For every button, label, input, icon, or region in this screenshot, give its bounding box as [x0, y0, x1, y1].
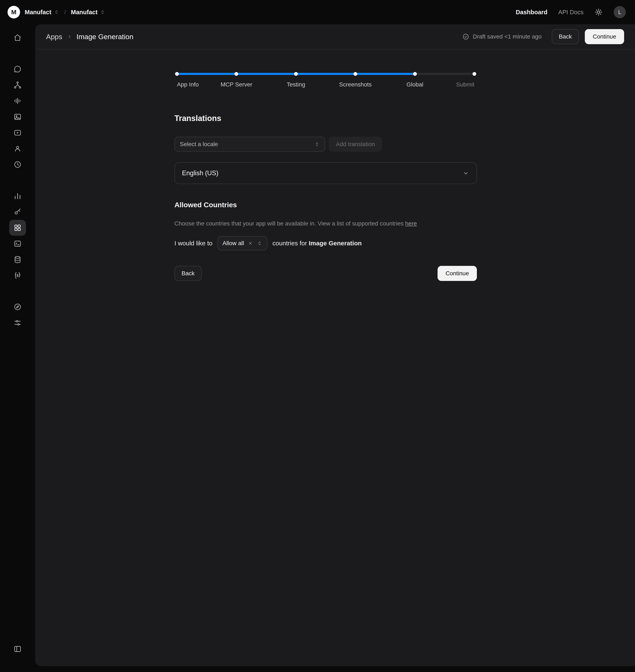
country-sentence-app-name: Image Generation: [309, 240, 362, 247]
locale-accordion-english-us[interactable]: English (US): [174, 162, 477, 184]
country-sentence-suffix: countries for Image Generation: [272, 240, 362, 247]
supported-countries-link[interactable]: here: [405, 220, 417, 227]
chevron-updown-icon[interactable]: [100, 9, 105, 15]
chevron-down-icon: [462, 170, 469, 177]
user-avatar[interactable]: L: [614, 6, 626, 18]
sidebar: [0, 24, 35, 672]
nav-dashboard[interactable]: Dashboard: [516, 9, 547, 16]
sidebar-item-home[interactable]: [9, 30, 26, 46]
step-dot-global[interactable]: [413, 72, 417, 76]
collapse-panel-icon[interactable]: [9, 641, 26, 657]
chevron-updown-icon: [257, 240, 262, 246]
locale-row-label: English (US): [182, 169, 218, 177]
org-switcher[interactable]: Manufact: [25, 9, 51, 16]
back-button-header[interactable]: Back: [552, 29, 579, 44]
sidebar-item-code[interactable]: [9, 268, 26, 284]
draft-status-text: Draft saved <1 minute ago: [473, 33, 542, 40]
allow-countries-value: Allow all: [222, 240, 244, 247]
continue-button-header[interactable]: Continue: [585, 29, 624, 44]
sidebar-item-history[interactable]: [9, 156, 26, 172]
sidebar-item-user[interactable]: [9, 141, 26, 156]
sidebar-item-image[interactable]: [9, 109, 26, 125]
locale-select-placeholder: Select a locale: [180, 141, 218, 148]
org-logo[interactable]: M: [7, 6, 20, 18]
gear-icon[interactable]: [594, 8, 603, 16]
stepper-labels: App Info MCP Server Testing Screenshots …: [177, 81, 474, 89]
path-separator: /: [64, 9, 66, 16]
sidebar-item-explore[interactable]: [9, 299, 26, 315]
step-label-app-info[interactable]: App Info: [177, 81, 199, 88]
country-sentence-suffix-text: countries for: [272, 240, 307, 247]
add-translation-button[interactable]: Add translation: [329, 137, 382, 152]
chevron-right-icon: [66, 34, 72, 40]
chevron-updown-icon[interactable]: [54, 9, 59, 15]
main-panel: Apps Image Generation Draft saved <1 min…: [35, 24, 635, 666]
sidebar-item-keys[interactable]: [9, 204, 26, 220]
page-header: Apps Image Generation Draft saved <1 min…: [35, 24, 635, 49]
allow-countries-select[interactable]: Allow all: [218, 236, 267, 250]
translations-title: Translations: [174, 114, 477, 123]
sidebar-item-analytics[interactable]: [9, 188, 26, 204]
breadcrumb-current: Image Generation: [76, 33, 133, 41]
sidebar-item-apps[interactable]: [9, 220, 26, 236]
step-label-submit: Submit: [456, 81, 474, 88]
sidebar-item-chat[interactable]: [9, 61, 26, 77]
sidebar-item-video[interactable]: [9, 125, 26, 141]
sidebar-item-database[interactable]: [9, 252, 26, 268]
check-circle-icon: [462, 33, 469, 40]
locale-select[interactable]: Select a locale: [174, 137, 325, 152]
country-selection-row: I would like to Allow all countries for …: [174, 236, 477, 250]
stepper-track: [177, 73, 474, 75]
project-switcher[interactable]: Manufact: [71, 9, 97, 16]
step-dot-screenshots[interactable]: [353, 72, 357, 76]
sidebar-item-waveform[interactable]: [9, 93, 26, 109]
country-sentence-prefix: I would like to: [174, 240, 213, 247]
allowed-countries-title: Allowed Countries: [174, 201, 477, 209]
step-dot-submit: [473, 72, 476, 76]
topbar: M Manufact / Manufact Dashboard API Docs…: [0, 0, 635, 24]
sidebar-item-workflow[interactable]: [9, 77, 26, 93]
step-label-screenshots[interactable]: Screenshots: [339, 81, 372, 88]
step-label-global[interactable]: Global: [407, 81, 423, 88]
wizard-stepper: App Info MCP Server Testing Screenshots …: [174, 73, 477, 89]
sidebar-item-terminal[interactable]: [9, 236, 26, 252]
breadcrumb-apps[interactable]: Apps: [46, 33, 62, 41]
step-label-mcp-server[interactable]: MCP Server: [220, 81, 252, 88]
step-dot-testing[interactable]: [294, 72, 298, 76]
clear-icon[interactable]: [248, 240, 253, 246]
step-dot-app-info[interactable]: [175, 72, 179, 76]
step-label-testing[interactable]: Testing: [287, 81, 305, 88]
allowed-countries-description-text: Choose the countries that your app will …: [174, 220, 405, 227]
allowed-countries-description: Choose the countries that your app will …: [174, 220, 477, 227]
sidebar-item-preferences[interactable]: [9, 315, 26, 331]
nav-api-docs[interactable]: API Docs: [558, 9, 584, 16]
draft-status: Draft saved <1 minute ago: [462, 33, 542, 40]
chevron-updown-icon: [314, 142, 320, 147]
step-dot-mcp-server[interactable]: [235, 72, 238, 76]
continue-button-footer[interactable]: Continue: [438, 266, 477, 281]
back-button-footer[interactable]: Back: [174, 266, 202, 281]
